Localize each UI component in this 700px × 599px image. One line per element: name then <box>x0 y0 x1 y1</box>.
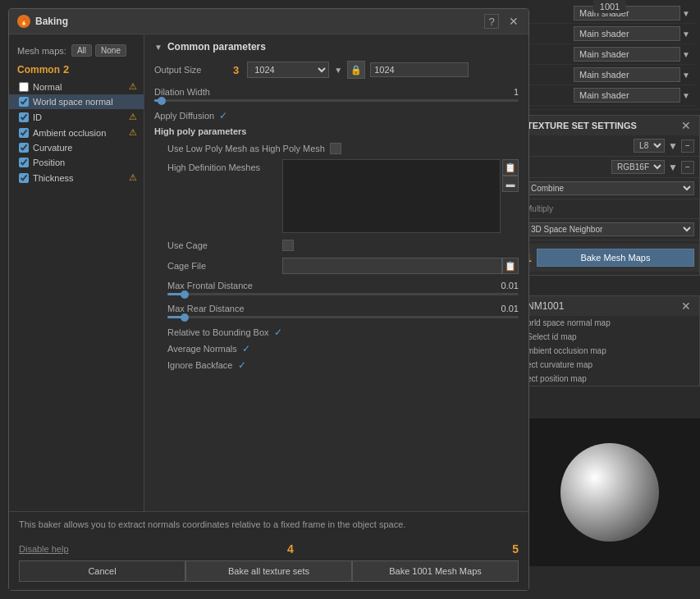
notif-item-5[interactable]: ect position map <box>520 372 699 386</box>
preview-sphere <box>560 443 659 542</box>
all-button[interactable]: All <box>71 44 92 57</box>
multiply-label: Multiply <box>525 203 694 215</box>
sidebar-item-id[interactable]: ID ⚠ <box>9 109 144 125</box>
dialog-body: Mesh maps: All None Common 2 Normal ⚠ Wo… <box>9 34 528 511</box>
main-shader-select-4[interactable]: Main shader <box>574 67 680 82</box>
output-size-select[interactable]: 1024 <box>247 62 329 78</box>
curvature-label: Curvature <box>33 143 72 153</box>
section-arrow: ▼ <box>154 43 162 52</box>
use-low-poly-toggle[interactable] <box>330 143 341 154</box>
shader-row-2: Main shader ▼ <box>524 24 695 44</box>
counter-display: 1001 <box>593 0 626 13</box>
dialog-title-left: 🔥 Baking <box>17 15 68 28</box>
max-rear-slider[interactable] <box>167 316 519 318</box>
position-checkbox[interactable] <box>19 158 29 167</box>
relative-bounding-label: Relative to Bounding Box <box>167 327 269 337</box>
world-space-normal-checkbox[interactable] <box>19 97 29 107</box>
normal-checkbox[interactable] <box>19 82 29 92</box>
relative-bounding-row: Relative to Bounding Box ✓ <box>167 327 519 338</box>
close-button[interactable]: ✕ <box>507 15 520 28</box>
main-shader-select-1[interactable]: Main shader <box>574 6 680 21</box>
thickness-checkbox[interactable] <box>19 173 29 183</box>
shader-row-5: Main shader ▼ <box>524 85 695 106</box>
ambient-occlusion-checkbox[interactable] <box>19 128 29 138</box>
dilation-slider[interactable] <box>154 99 519 102</box>
notif-close-btn[interactable]: ✕ <box>679 300 693 313</box>
dilation-width-row: Dilation Width 1 <box>154 87 519 102</box>
disable-help-button[interactable]: Disable help <box>19 544 69 554</box>
section-title: Common parameters <box>167 41 266 53</box>
dialog-titlebar: 🔥 Baking ? ✕ <box>9 9 528 34</box>
bake-maps-button[interactable]: Bake 1001 Mesh Maps <box>352 560 519 582</box>
bake-mesh-maps-button[interactable]: Bake Mesh Maps <box>537 249 694 267</box>
hd-add-btn[interactable]: 📋 <box>502 159 519 176</box>
notif-title: NM1001 <box>527 300 564 312</box>
notif-item-1[interactable]: orld space normal map <box>520 316 699 330</box>
max-rear-header: Max Rear Distance 0.01 <box>167 304 519 313</box>
output-size-input[interactable] <box>370 62 469 77</box>
use-cage-row: Use Cage <box>167 240 519 251</box>
max-frontal-thumb[interactable] <box>181 290 189 299</box>
id-checkbox[interactable] <box>19 112 29 122</box>
top-header: Main shader ▼ Main shader ▼ Main shader … <box>519 0 700 115</box>
preview-sphere-area: ⛶ ✕ <box>519 418 700 566</box>
help-button[interactable]: ? <box>484 14 499 29</box>
output-size-number: 3 <box>233 64 239 76</box>
apply-diffusion-row: Apply Diffusion ✓ <box>154 110 519 121</box>
ignore-backface-label: Ignore Backface <box>167 360 233 370</box>
bake-all-button[interactable]: Bake all texture sets <box>185 560 352 582</box>
sidebar-item-normal[interactable]: Normal ⚠ <box>9 79 144 94</box>
high-def-buttons: 📋 ▬ <box>502 159 519 192</box>
max-frontal-slider[interactable] <box>167 293 519 295</box>
output-size-label: Output Size <box>154 65 228 75</box>
max-frontal-header: Max Frontal Distance 0.01 <box>167 281 519 290</box>
use-cage-toggle[interactable] <box>282 240 294 251</box>
texture-set-panel: TEXTURE SET SETTINGS ✕ L8 ▼ − RGB16F ▼ −… <box>519 115 700 276</box>
minus-btn-1[interactable]: − <box>681 139 694 153</box>
space-neighbor-select[interactable]: 3D Space Neighbor <box>525 222 694 236</box>
notif-item-2[interactable]: Select id map <box>520 330 699 344</box>
footer-number-4: 4 <box>287 542 294 556</box>
relative-bounding-check: ✓ <box>274 327 282 338</box>
id-label: ID <box>33 112 42 122</box>
sidebar-item-curvature[interactable]: Curvature <box>9 140 144 155</box>
sidebar-item-world-space-normal[interactable]: World space normal <box>9 94 144 109</box>
bake-mesh-section: 1 Bake Mesh Maps <box>520 244 699 272</box>
notif-item-3[interactable]: mbient occlusion map <box>520 344 699 358</box>
sidebar-item-position[interactable]: Position <box>9 155 144 170</box>
indented-section: Use Low Poly Mesh as High Poly Mesh High… <box>154 143 519 371</box>
high-def-box[interactable] <box>282 159 501 233</box>
normal-label: Normal <box>33 82 62 92</box>
dilation-thumb[interactable] <box>158 97 166 105</box>
minus-btn-2[interactable]: − <box>681 161 694 174</box>
none-button[interactable]: None <box>95 44 126 57</box>
notif-item-4[interactable]: ect curvature map <box>520 358 699 372</box>
max-rear-thumb[interactable] <box>181 313 189 322</box>
use-cage-label: Use Cage <box>167 240 282 250</box>
texture-set-close-btn[interactable]: ✕ <box>679 119 693 132</box>
max-rear-label: Max Rear Distance <box>167 304 245 313</box>
format-select-2[interactable]: RGB16F <box>611 160 665 174</box>
combine-select[interactable]: Combine <box>525 181 694 195</box>
main-shader-select-2[interactable]: Main shader <box>574 26 680 41</box>
help-text: This baker allows you to extract normals… <box>9 512 528 537</box>
thickness-warn-icon: ⚠ <box>129 172 137 183</box>
main-shader-select-3[interactable]: Main shader <box>574 47 680 62</box>
ambient-occlusion-label: Ambient occlusion <box>33 128 106 138</box>
curvature-checkbox[interactable] <box>19 143 29 153</box>
main-shader-select-5[interactable]: Main shader <box>574 88 680 103</box>
cage-file-input[interactable] <box>282 258 502 274</box>
position-label: Position <box>33 158 65 167</box>
format-select-1[interactable]: L8 <box>634 139 665 153</box>
hd-remove-btn[interactable]: ▬ <box>502 176 519 192</box>
sidebar-item-thickness[interactable]: Thickness ⚠ <box>9 170 144 185</box>
shader-row-3: Main shader ▼ <box>524 44 695 65</box>
baking-icon: 🔥 <box>17 15 30 28</box>
sidebar-item-ambient-occlusion[interactable]: Ambient occlusion ⚠ <box>9 125 144 140</box>
dialog-titlebar-controls: ? ✕ <box>484 14 520 29</box>
cancel-button[interactable]: Cancel <box>19 560 185 582</box>
lock-button[interactable]: 🔒 <box>347 61 365 79</box>
notif-header: NM1001 ✕ <box>520 296 699 316</box>
cage-file-browse-btn[interactable]: 📋 <box>502 258 519 274</box>
normal-warn-icon: ⚠ <box>129 81 137 92</box>
